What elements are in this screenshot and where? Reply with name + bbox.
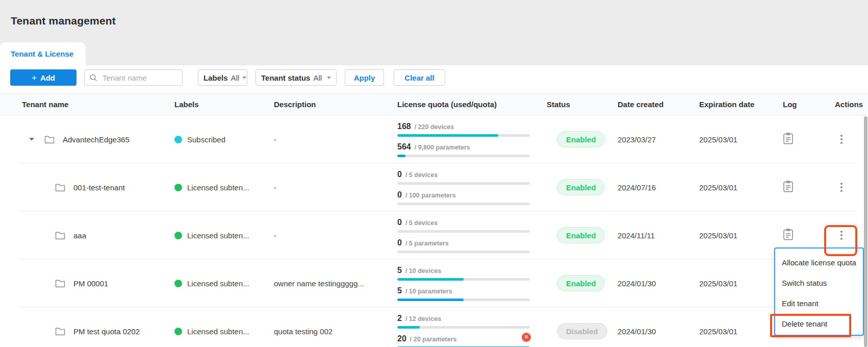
page-header: Tenant management Tenant & License [0,0,868,65]
label-dot [174,184,182,191]
status-badge: Enabled [557,179,605,195]
tenant-name: PM test quota 0202 [73,327,140,336]
devices-quota: / 5 devices [405,171,438,179]
expiration-date: 2025/03/01 [689,327,772,336]
description: - [274,183,397,192]
column-expiration-date: Expiration date [689,100,772,109]
parameters-used: 5 [397,286,402,295]
date-created: 2023/03/27 [607,135,689,144]
folder-icon [55,231,65,240]
search-input[interactable] [101,73,170,83]
devices-progress-bar [397,134,530,137]
column-date-created: Date created [607,100,689,109]
chevron-down-icon [327,77,331,79]
parameters-progress-bar [397,203,530,205]
parameters-used: 20 [397,334,406,343]
tenant-status-filter-dropdown[interactable]: Tenant status All [256,69,337,86]
date-created: 2024/07/16 [607,183,689,192]
column-status: Status [547,100,607,109]
search-icon [90,74,97,82]
log-icon[interactable] [783,132,794,144]
parameters-quota: / 9,800 parameters [415,144,470,151]
row-actions-menu-icon[interactable] [839,180,844,194]
row-actions-context-menu: Allocate license quota Switch status Edi… [774,247,864,336]
devices-quota: / 220 devices [415,123,454,131]
row-actions-menu-icon[interactable] [839,132,844,146]
parameters-used: 564 [397,142,411,152]
collapse-row-icon[interactable] [29,138,34,141]
parameters-used: 0 [397,190,402,200]
label-dot [174,328,182,335]
devices-progress-bar [397,278,530,281]
description: - [274,135,397,144]
date-created: 2024/01/30 [607,327,689,336]
label-dot [174,136,182,143]
column-description: Description [274,100,397,109]
column-log: Log [772,100,806,109]
menu-item-delete-tenant[interactable]: Delete tenant [775,313,863,334]
tenant-name-search[interactable] [84,69,183,86]
devices-progress-bar [397,230,530,233]
status-badge: Enabled [557,131,605,147]
tenant-table: AdvantechEdge365 Subscribed - 168/ 220 d… [0,115,868,347]
labels-filter-dropdown[interactable]: Labels All [198,69,247,86]
date-created: 2024/01/30 [607,279,689,288]
parameters-quota: / 100 parameters [405,192,456,199]
folder-icon [55,327,65,336]
description: quota testing 002 [274,327,397,336]
devices-quota: / 5 devices [405,219,438,227]
license-quota-cell: 5/ 10 devices 5/ 10 parameters [397,259,547,307]
tab-tenant-license[interactable]: Tenant & License [0,42,86,65]
log-icon[interactable] [783,228,794,240]
add-button[interactable]: + Add [10,69,76,86]
labels-filter-label: Labels [203,73,228,82]
parameters-progress-bar [397,251,530,253]
devices-progress-bar [397,182,530,185]
menu-item-edit-tenant[interactable]: Edit tenant [775,293,863,313]
label-text: Subscribed [187,135,225,144]
table-row: AdvantechEdge365 Subscribed - 168/ 220 d… [0,115,868,163]
status-filter-label: Tenant status [261,73,310,82]
parameters-quota: / 10 parameters [405,288,452,295]
parameters-progress-bar [397,299,530,301]
chevron-down-icon [242,77,246,79]
parameters-used: 0 [397,238,402,247]
tab-label: Tenant & License [11,49,73,58]
devices-used: 2 [397,314,402,323]
log-icon[interactable] [783,180,794,192]
license-quota-cell: 2/ 12 devices 20 / 20 parameters ✕ [397,307,547,347]
folder-icon [44,135,55,144]
folder-icon [55,183,65,192]
column-actions: Actions [806,100,868,109]
devices-used: 168 [397,122,411,131]
expiration-date: 2025/03/01 [689,279,772,288]
devices-used: 0 [397,170,402,179]
license-quota-cell: 0/ 5 devices 0/ 100 parameters [397,163,547,211]
vertical-scrollbar[interactable] [864,116,867,347]
table-row: 001-test-tenant Licensed subten... - 0/ … [0,163,868,211]
description: owner name testinggggg... [274,279,397,288]
tenant-name: 001-test-tenant [73,183,125,192]
parameters-quota: / 5 parameters [405,240,449,247]
parameters-quota: / 20 parameters [410,336,457,343]
clear-all-button[interactable]: Clear all [394,69,445,86]
column-license-quota: License quota (used/quota) [397,94,547,115]
menu-item-allocate-license-quota[interactable]: Allocate license quota [775,252,863,272]
expiration-date: 2025/03/01 [689,183,772,192]
apply-button[interactable]: Apply [345,69,384,86]
devices-used: 5 [397,266,402,275]
expiration-date: 2025/03/01 [689,231,772,240]
status-badge: Disabled [557,323,607,339]
row-actions-menu-icon[interactable] [839,228,844,242]
label-text: Licensed subten... [187,327,249,336]
column-tenant-name: Tenant name [10,100,174,109]
date-created: 2024/11/11 [607,231,689,240]
label-text: Licensed subten... [187,279,249,288]
column-labels: Labels [174,100,274,109]
tenant-name: PM 00001 [73,279,108,288]
menu-item-switch-status[interactable]: Switch status [775,272,863,293]
label-text: Licensed subten... [187,183,249,192]
plus-icon: + [32,73,37,82]
label-dot [174,280,182,287]
tenant-name: AdvantechEdge365 [63,135,130,144]
